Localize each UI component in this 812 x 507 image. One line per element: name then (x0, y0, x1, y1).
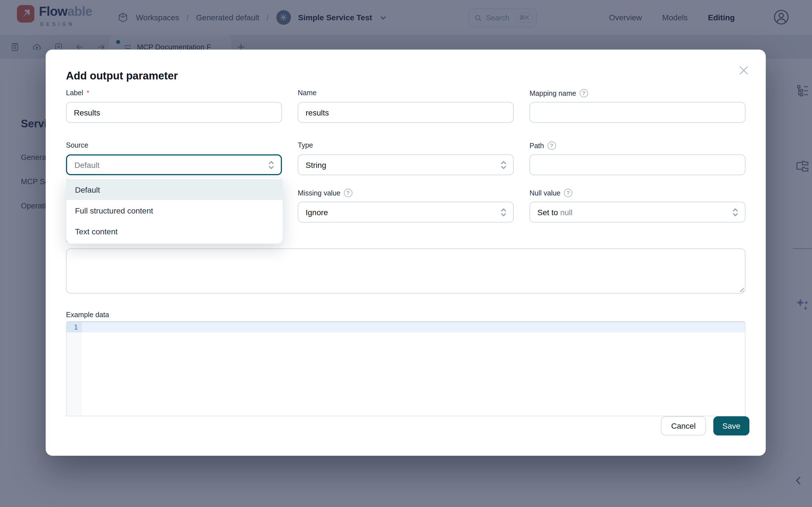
missing-value-select[interactable]: Ignore (298, 202, 514, 223)
path-input[interactable] (529, 154, 746, 175)
missing-value-field-label: Missing value? (298, 189, 352, 197)
help-icon[interactable]: ? (564, 189, 572, 197)
source-field-label: Source (66, 142, 88, 149)
null-value-select-value: Set to null (538, 208, 573, 217)
editor-gutter (66, 322, 82, 416)
label-input[interactable] (66, 102, 282, 123)
select-updown-chevrons-icon (268, 160, 274, 170)
screen: Flowable DESIGN Workspaces / Generated d… (0, 0, 812, 507)
example-data-code-editor[interactable]: 1 (66, 321, 746, 416)
close-icon[interactable] (737, 63, 751, 78)
select-updown-chevrons-icon (500, 207, 507, 217)
cancel-button[interactable]: Cancel (661, 416, 706, 436)
description-textarea[interactable] (66, 248, 746, 293)
editor-active-line (82, 322, 745, 332)
missing-value-select-value: Ignore (306, 208, 328, 217)
dialog-title: Add output parameter (66, 70, 178, 82)
help-icon[interactable]: ? (579, 89, 588, 98)
null-value-field-label: Null value? (529, 189, 572, 197)
name-input[interactable] (298, 102, 514, 123)
mapping-name-field-label: Mapping name? (529, 89, 588, 98)
help-icon[interactable]: ? (547, 142, 556, 150)
editor-line-number: 1 (66, 322, 82, 332)
example-data-field-label: Example data (66, 311, 109, 319)
help-icon[interactable]: ? (344, 189, 352, 197)
dropdown-option-default[interactable]: Default (66, 179, 283, 200)
type-field-label: Type (298, 142, 313, 149)
source-dropdown-menu: Default Full structured content Text con… (66, 177, 283, 244)
select-updown-chevrons-icon (732, 207, 739, 217)
mapping-name-input[interactable] (529, 102, 746, 123)
null-value-select[interactable]: Set to null (529, 202, 746, 223)
type-select-value: String (306, 160, 326, 169)
add-output-parameter-dialog: Add output parameter Label* Name Mapping… (46, 50, 766, 456)
source-select-placeholder: Default (74, 160, 100, 169)
save-button[interactable]: Save (713, 416, 749, 436)
dropdown-option-text-content[interactable]: Text content (66, 221, 283, 242)
name-field-label: Name (298, 89, 317, 97)
label-field-label: Label* (66, 89, 89, 97)
path-field-label: Path? (529, 142, 556, 150)
dialog-footer: Cancel Save (661, 416, 749, 436)
type-select[interactable]: String (298, 154, 514, 175)
dropdown-option-full-structured-content[interactable]: Full structured content (66, 200, 283, 221)
source-select[interactable]: Default (66, 154, 282, 175)
required-asterisk: * (87, 89, 89, 97)
select-updown-chevrons-icon (500, 160, 507, 170)
